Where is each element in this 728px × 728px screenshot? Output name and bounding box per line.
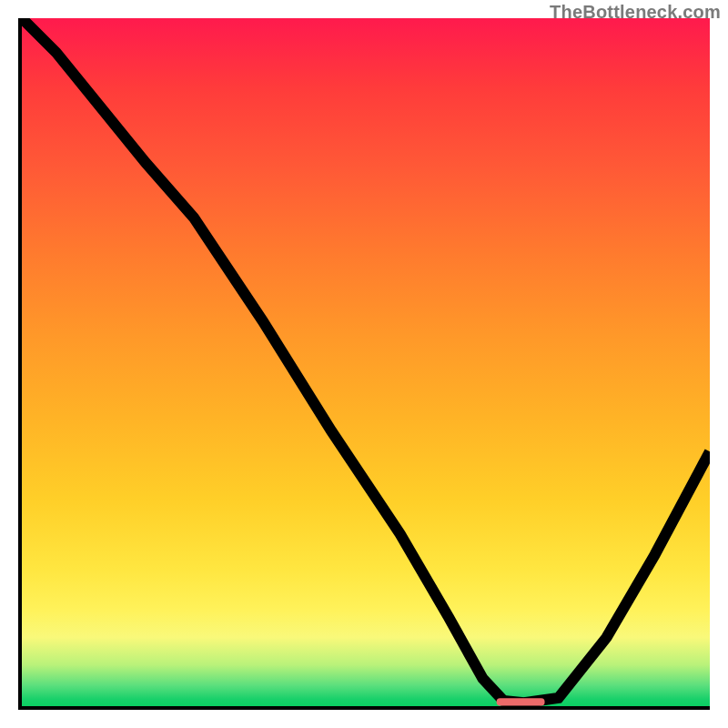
plot-area bbox=[18, 18, 710, 710]
curve-svg bbox=[22, 18, 710, 706]
bottleneck-curve bbox=[22, 18, 710, 703]
optimum-marker bbox=[497, 698, 545, 705]
chart-container: TheBottleneck.com bbox=[0, 0, 728, 728]
